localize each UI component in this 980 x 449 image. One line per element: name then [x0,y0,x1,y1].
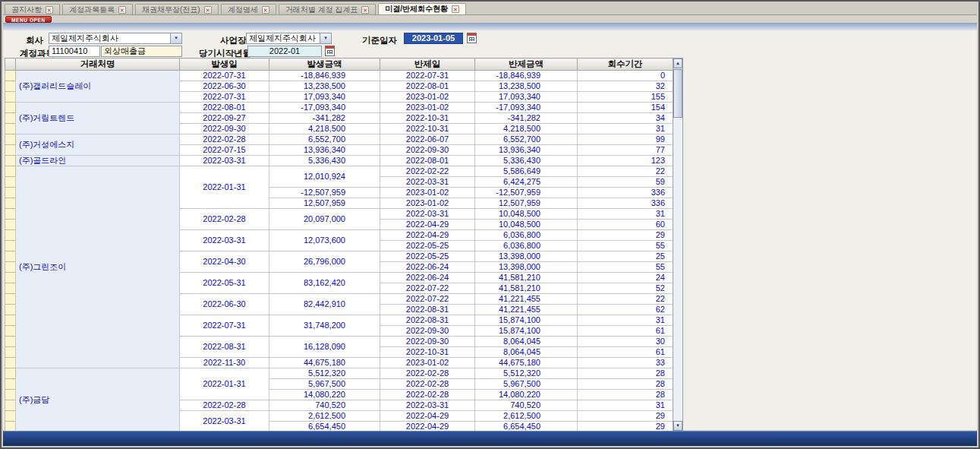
cell-settle-amount[interactable]: 41,221,455 [475,294,578,305]
row-selector[interactable] [5,166,16,177]
row-selector[interactable] [5,113,16,124]
cell-settle-date[interactable]: 2023-01-02 [380,358,475,368]
cell-occur-date[interactable]: 2022-07-31 [180,92,269,103]
cell-settle-date[interactable]: 2022-02-28 [380,368,475,379]
cell-collect-days[interactable]: 31 [578,315,673,326]
cell-occur-date[interactable]: 2022-08-31 [180,337,269,358]
cell-collect-days[interactable]: 61 [578,326,673,337]
base-date-field[interactable]: 2023-01-05 [404,33,463,44]
tab-customer-account-summary[interactable]: 거래처별 계정 집계표 ✕ [279,4,377,14]
cell-occur-date[interactable]: 2022-06-30 [180,294,269,315]
cell-collect-days[interactable]: 61 [578,347,673,358]
cell-settle-amount[interactable]: 10,048,500 [475,220,578,230]
cell-settle-date[interactable]: 2022-05-25 [380,241,475,251]
cell-occur-amount[interactable]: 17,093,340 [269,92,380,103]
cell-occur-amount[interactable]: 20,097,000 [269,209,380,230]
cell-settle-amount[interactable]: 13,936,340 [475,145,578,156]
cell-collect-days[interactable]: 77 [578,145,673,156]
cell-settle-date[interactable]: 2022-02-22 [380,166,475,177]
cell-occur-amount[interactable]: 82,442,910 [269,294,380,315]
row-selector[interactable] [5,326,16,337]
cell-settle-amount[interactable]: 5,967,500 [475,379,578,390]
cell-occur-amount[interactable]: -341,282 [269,113,380,124]
cell-settle-date[interactable]: 2022-09-30 [380,337,475,347]
scroll-up-icon[interactable]: ▲ [673,58,682,68]
cell-settle-date[interactable]: 2022-04-29 [380,411,475,422]
scrollbar-thumb[interactable] [673,69,682,118]
row-selector[interactable] [5,134,16,145]
tab-close-icon[interactable]: ✕ [118,6,126,14]
row-selector[interactable] [5,262,16,273]
cell-settle-amount[interactable]: 14,080,220 [475,390,578,400]
cell-settle-amount[interactable]: 44,675,180 [475,358,578,368]
cell-settle-date[interactable]: 2022-04-29 [380,220,475,230]
row-selector[interactable] [5,411,16,422]
row-selector[interactable] [5,220,16,230]
row-selector[interactable] [5,368,16,379]
cell-customer-name[interactable]: (주)골드라인 [16,156,180,166]
row-selector[interactable] [5,198,16,209]
tab-receivable-ledger[interactable]: 채권채무장(전표) ✕ [135,4,219,14]
cell-settle-date[interactable]: 2022-03-31 [380,209,475,220]
cell-collect-days[interactable]: 55 [578,262,673,273]
row-selector[interactable] [5,379,16,390]
cell-settle-amount[interactable]: 10,048,500 [475,209,578,220]
cell-settle-date[interactable]: 2023-01-02 [380,188,475,198]
cell-occur-amount[interactable]: 14,080,220 [269,390,380,400]
cell-collect-days[interactable]: 29 [578,411,673,422]
cell-settle-amount[interactable]: 17,093,340 [475,92,578,103]
cell-settle-amount[interactable]: 6,036,800 [475,230,578,241]
cell-settle-amount[interactable]: 740,520 [475,400,578,411]
cell-collect-days[interactable]: 336 [578,198,673,209]
cell-settle-amount[interactable]: -17,093,340 [475,103,578,113]
cell-customer-name[interactable]: (주)그린조이 [16,166,180,368]
cell-occur-amount[interactable]: 16,128,090 [269,337,380,358]
cell-collect-days[interactable]: 28 [578,390,673,400]
cell-settle-date[interactable]: 2022-08-01 [380,81,475,92]
cell-settle-amount[interactable]: 8,064,045 [475,337,578,347]
cell-collect-days[interactable]: 59 [578,177,673,188]
cell-occur-amount[interactable]: 6,552,700 [269,134,380,145]
cell-settle-date[interactable]: 2022-06-24 [380,273,475,283]
row-selector[interactable] [5,358,16,368]
cell-occur-date[interactable]: 2022-03-31 [180,411,269,432]
row-selector[interactable] [5,390,16,400]
cell-settle-date[interactable]: 2022-09-30 [380,326,475,337]
cell-collect-days[interactable]: 29 [578,230,673,241]
cell-settle-amount[interactable]: 2,612,500 [475,411,578,422]
cell-occur-amount[interactable]: -17,093,340 [269,103,380,113]
cell-occur-date[interactable]: 2022-11-30 [180,358,269,368]
tab-account-detail[interactable]: 계정명세 ✕ [221,4,276,14]
account-code-field[interactable]: 11100410 [49,46,100,57]
row-selector[interactable] [5,124,16,134]
cell-collect-days[interactable]: 33 [578,358,673,368]
cell-settle-amount[interactable]: -18,846,939 [475,71,578,81]
calendar-icon[interactable] [467,33,477,43]
cell-settle-date[interactable]: 2022-10-31 [380,113,475,124]
cell-occur-date[interactable]: 2022-04-30 [180,251,269,273]
row-selector[interactable] [5,273,16,283]
cell-collect-days[interactable]: 28 [578,379,673,390]
cell-collect-days[interactable]: 99 [578,134,673,145]
tab-close-icon[interactable]: ✕ [46,6,53,14]
vertical-scrollbar[interactable]: ▲ ▼ [673,58,683,432]
chevron-down-icon[interactable]: ▼ [320,33,331,43]
cell-collect-days[interactable]: 55 [578,241,673,251]
cell-occur-amount[interactable]: -12,507,959 [269,188,380,198]
row-selector[interactable] [5,209,16,220]
cell-occur-date[interactable]: 2022-08-01 [180,103,269,113]
cell-settle-date[interactable]: 2022-06-07 [380,134,475,145]
cell-collect-days[interactable]: 336 [578,188,673,198]
cell-customer-name[interactable]: (주)거성에스지 [16,134,180,156]
row-selector[interactable] [5,241,16,251]
row-selector[interactable] [5,188,16,198]
cell-occur-date[interactable]: 2022-09-30 [180,124,269,134]
cell-settle-amount[interactable]: 41,581,210 [475,273,578,283]
cell-collect-days[interactable]: 24 [578,273,673,283]
cell-collect-days[interactable]: 154 [578,103,673,113]
row-selector[interactable] [5,305,16,315]
cell-collect-days[interactable]: 32 [578,81,673,92]
cell-occur-amount[interactable]: 12,507,959 [269,198,380,209]
cell-settle-amount[interactable]: 15,874,100 [475,315,578,326]
cell-occur-date[interactable]: 2022-02-28 [180,134,269,145]
